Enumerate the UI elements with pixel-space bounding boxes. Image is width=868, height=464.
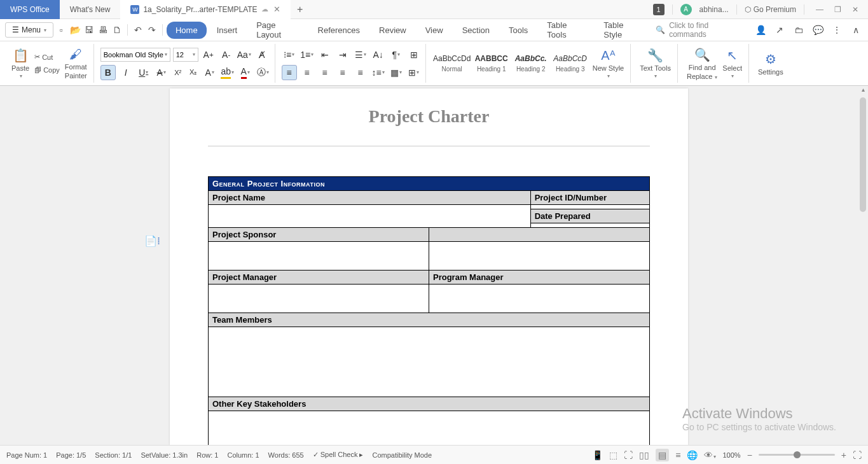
increase-font-icon[interactable]: A+ xyxy=(201,47,216,62)
bold-button[interactable]: B xyxy=(100,65,116,80)
menu-button[interactable]: ☰ Menu ▾ xyxy=(5,22,53,38)
open-icon[interactable]: 📂 xyxy=(69,23,81,37)
share-icon[interactable]: ↗ xyxy=(773,23,787,37)
avatar[interactable]: A xyxy=(680,4,692,15)
cell-team-members[interactable] xyxy=(209,327,650,397)
user-name[interactable]: abhina... xyxy=(699,5,729,14)
italic-button[interactable]: I xyxy=(118,65,134,80)
font-size-select[interactable]: 12▾ xyxy=(173,48,198,62)
zoom-in-button[interactable]: + xyxy=(841,450,846,460)
find-commands[interactable]: 🔍 Click to find commands xyxy=(651,18,745,41)
cell-project-manager[interactable] xyxy=(209,285,429,313)
cut-button[interactable]: ✂ Cut xyxy=(32,52,62,62)
close-tab-icon[interactable]: ✕ xyxy=(273,4,280,14)
highlight-button[interactable]: ab▾ xyxy=(220,65,235,80)
text-effect-button[interactable]: A▾ xyxy=(202,65,217,80)
format-painter-button[interactable]: 🖌FormatPainter xyxy=(62,47,90,80)
outline-icon[interactable]: ≡ xyxy=(675,450,680,460)
cell-stakeholders[interactable] xyxy=(209,411,650,446)
strikethrough-button[interactable]: A▾ xyxy=(154,65,169,80)
minimize-button[interactable]: — xyxy=(812,2,827,17)
sort-button[interactable]: A↓ xyxy=(371,47,386,62)
cell-project-sponsor[interactable] xyxy=(209,242,429,271)
status-words[interactable]: Words: 655 xyxy=(268,451,304,459)
tab-table-tools[interactable]: Table Tools xyxy=(538,17,593,43)
web-layout-icon[interactable]: 🌐 xyxy=(687,450,698,460)
status-page[interactable]: Page: 1/5 xyxy=(56,451,86,459)
font-name-select[interactable]: Bookman Old Style▾ xyxy=(100,48,170,62)
wps-tab[interactable]: WPS Office xyxy=(0,0,60,19)
whats-new-tab[interactable]: What's New xyxy=(60,0,121,19)
tab-home[interactable]: Home xyxy=(167,22,207,39)
eye-icon[interactable]: 👁▾ xyxy=(704,450,716,460)
print-icon[interactable]: 🖶 xyxy=(97,23,109,37)
user-icon[interactable]: 👤 xyxy=(754,23,768,37)
section-break-icon[interactable]: 📄⁞ xyxy=(144,235,160,247)
cell-date-prepared[interactable] xyxy=(530,223,649,228)
zoom-value[interactable]: 100% xyxy=(722,451,740,459)
fit-page-icon[interactable]: ⛶ xyxy=(853,450,862,460)
text-tools-button[interactable]: 🔧Text Tools▾ xyxy=(637,48,673,79)
borders-button[interactable]: ⊞▾ xyxy=(406,65,422,80)
cell-sponsor-right[interactable] xyxy=(429,242,650,271)
tabs-button[interactable]: ⊞ xyxy=(406,47,422,62)
cell-project-name[interactable] xyxy=(209,205,531,228)
settings-button[interactable]: ⚙Settings xyxy=(755,52,786,76)
document-area[interactable]: 📄⁞ Project Charter General Project Infor… xyxy=(0,86,858,445)
status-compat[interactable]: Compatibility Mode xyxy=(372,451,432,459)
paste-button[interactable]: 📋Paste▾ xyxy=(9,48,32,79)
zoom-thumb[interactable] xyxy=(794,451,801,458)
preview-icon[interactable]: 🗋 xyxy=(111,23,123,37)
underline-button[interactable]: U▾ xyxy=(136,65,151,80)
bullets-button[interactable]: ⁝≡▾ xyxy=(282,47,297,62)
decrease-indent-button[interactable]: ⇤ xyxy=(317,47,333,62)
comment-icon[interactable]: 💬 xyxy=(811,23,825,37)
font-color-button[interactable]: A▾ xyxy=(238,65,253,80)
undo-icon[interactable]: ↶ xyxy=(132,23,144,37)
text-direction-button[interactable]: ☰▾ xyxy=(353,47,368,62)
line-spacing-button[interactable]: ↕≡▾ xyxy=(371,65,386,80)
clear-format-icon[interactable]: A̸ xyxy=(254,47,270,62)
notification-badge[interactable]: 1 xyxy=(653,4,665,15)
more-icon[interactable]: ⋮ xyxy=(830,23,844,37)
print-layout-icon[interactable]: ▤ xyxy=(656,449,669,461)
decrease-font-icon[interactable]: A- xyxy=(219,47,234,62)
numbering-button[interactable]: 1≡▾ xyxy=(300,47,315,62)
save-cloud-icon[interactable]: 🗀 xyxy=(792,23,806,37)
distribute-button[interactable]: ≡ xyxy=(353,65,368,80)
project-info-table[interactable]: General Project Information Project Name… xyxy=(208,176,650,445)
find-replace-button[interactable]: 🔍Find andReplace ▾ xyxy=(684,47,720,80)
phone-h-icon[interactable]: ⬚ xyxy=(609,450,617,460)
copy-button[interactable]: 🗐 Copy xyxy=(32,65,62,75)
status-row[interactable]: Row: 1 xyxy=(196,451,218,459)
tab-page-layout[interactable]: Page Layout xyxy=(247,17,307,43)
scroll-thumb[interactable] xyxy=(860,97,866,212)
status-section[interactable]: Section: 1/1 xyxy=(95,451,132,459)
justify-button[interactable]: ≡ xyxy=(335,65,350,80)
tab-table-style[interactable]: Table Style xyxy=(595,17,649,43)
save-icon[interactable]: 🖫 xyxy=(83,23,95,37)
shading-button[interactable]: ▦▾ xyxy=(389,65,404,80)
align-right-button[interactable]: ≡ xyxy=(317,65,333,80)
cell-project-id[interactable] xyxy=(530,205,649,209)
new-style-button[interactable]: AᴬNew Style▾ xyxy=(590,48,627,79)
tab-references[interactable]: References xyxy=(309,22,369,39)
document-page[interactable]: 📄⁞ Project Charter General Project Infor… xyxy=(170,88,688,445)
style-heading3[interactable]: AaBbCcDHeading 3 xyxy=(551,46,590,81)
font-outline-button[interactable]: Ⓐ▾ xyxy=(256,65,271,80)
maximize-button[interactable]: ❐ xyxy=(830,2,845,17)
change-case-icon[interactable]: Aa▾ xyxy=(237,47,252,62)
collapse-ribbon-icon[interactable]: ∧ xyxy=(849,23,863,37)
align-center-button[interactable]: ≡ xyxy=(300,65,315,80)
add-tab-button[interactable]: + xyxy=(291,4,310,15)
style-heading1[interactable]: AABBCCHeading 1 xyxy=(472,46,511,81)
new-icon[interactable]: ▫ xyxy=(55,23,67,37)
cell-program-manager[interactable] xyxy=(429,285,650,313)
phone-view-icon[interactable]: 📱 xyxy=(592,450,603,460)
align-left-button[interactable]: ≡ xyxy=(282,65,297,80)
scroll-up-icon[interactable]: ▴ xyxy=(858,86,868,96)
zoom-slider[interactable] xyxy=(759,454,835,456)
status-column[interactable]: Column: 1 xyxy=(227,451,259,459)
status-setvalue[interactable]: SetValue: 1.3in xyxy=(141,451,188,459)
status-spell-check[interactable]: ✓ Spell Check ▸ xyxy=(313,451,364,459)
